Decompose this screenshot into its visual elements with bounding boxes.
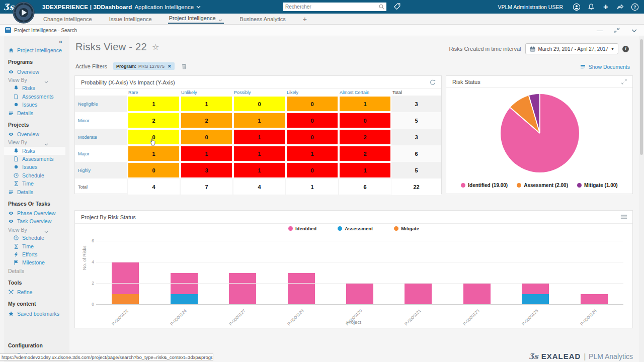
compass-icon[interactable] — [12, 1, 35, 24]
matrix-cell[interactable]: 0 — [286, 112, 339, 129]
notifications-bell-icon[interactable] — [587, 3, 595, 11]
matrix-cell[interactable]: 1 — [127, 96, 180, 112]
tab-add-button[interactable]: + — [302, 14, 308, 24]
matrix-cell[interactable]: 2 — [180, 112, 233, 129]
chevron-down-icon[interactable] — [196, 6, 201, 9]
matrix-cell[interactable]: 0 — [286, 96, 339, 112]
sidebar-item-assessments[interactable]: Assessments — [8, 155, 69, 163]
sidebar-item-issues[interactable]: Issues — [8, 163, 69, 171]
tag-icon[interactable] — [393, 3, 401, 11]
bar-p-0000125[interactable] — [522, 284, 549, 305]
sidebar-item-details[interactable]: Details — [8, 267, 69, 275]
bar-segment-assessment[interactable] — [522, 294, 549, 305]
add-content-icon[interactable]: + — [602, 3, 610, 11]
sidebar-item-overview[interactable]: Overview — [8, 130, 69, 138]
date-range-picker[interactable]: March 29, 2017 - April 27, 2017 ▼ — [525, 43, 618, 54]
matrix-cell[interactable]: 1 — [180, 96, 233, 112]
share-icon[interactable] — [616, 3, 624, 11]
clear-filters-trash-icon[interactable] — [181, 63, 188, 70]
bar-legend-assessment[interactable]: Assessment — [338, 226, 373, 231]
matrix-cell[interactable]: 0 — [127, 162, 180, 178]
sidebar-item-issues[interactable]: Issues — [8, 101, 69, 109]
filter-chip-program[interactable]: Program: PRG 127875 ✕ — [113, 62, 175, 70]
bar-legend-mitigate[interactable]: Mitigate — [394, 226, 419, 231]
bar-p-0000129[interactable] — [288, 273, 315, 305]
tab-issue-intelligence[interactable]: Issue Intelligence — [108, 14, 153, 24]
app-title[interactable]: 3DEXPERIENCE | 3DDashboard Application I… — [42, 0, 201, 14]
sidebar-item-time[interactable]: Time — [8, 179, 69, 188]
bar-segment-identified[interactable] — [171, 273, 198, 294]
sidebar-item-risks[interactable]: Risks — [4, 147, 65, 155]
pie-legend-mitigate[interactable]: Mitigate (1.00) — [577, 183, 618, 188]
sidebar-item-saved-bookmarks[interactable]: Saved bookmarks — [8, 309, 69, 317]
info-icon[interactable]: i — [622, 46, 629, 52]
bar-p-0000120[interactable] — [346, 284, 373, 305]
bar-segment-identified[interactable] — [229, 273, 256, 305]
sidebar-item-details[interactable]: Details — [8, 188, 69, 196]
bar-segment-identified[interactable] — [288, 273, 315, 305]
bar-p-0000127[interactable] — [229, 273, 256, 305]
matrix-cell[interactable]: 1 — [127, 145, 180, 162]
matrix-cell[interactable]: 1 — [180, 145, 233, 162]
avatar-icon[interactable] — [573, 3, 581, 11]
matrix-cell[interactable]: 0 — [286, 162, 339, 178]
chevron-down-icon[interactable] — [44, 228, 49, 231]
sidebar-item-project-intelligence[interactable]: Project Intelligence — [8, 46, 69, 54]
matrix-cell[interactable]: 2 — [339, 129, 391, 145]
matrix-cell[interactable]: 1 — [233, 145, 286, 162]
restore-size-icon[interactable] — [614, 27, 620, 34]
page-scrollbar[interactable] — [639, 36, 644, 362]
matrix-cell[interactable]: 1 — [233, 129, 286, 145]
bar-segment-mitigate[interactable] — [112, 294, 139, 305]
matrix-cell[interactable]: 2 — [127, 112, 180, 129]
sidebar-item-task-overview[interactable]: Task Overview — [8, 217, 69, 225]
bar-p-0000122[interactable] — [112, 262, 139, 305]
tab-change-intelligence[interactable]: Change intelligence — [42, 14, 93, 24]
sidebar-item-schedule[interactable]: Schedule — [8, 234, 69, 242]
tab-project-intelligence[interactable]: Project Intelligence — [168, 14, 224, 24]
search-input[interactable] — [283, 4, 378, 10]
sidebar-item-view-by[interactable]: View By — [8, 226, 69, 234]
matrix-cell[interactable]: 3 — [180, 162, 233, 178]
expand-icon[interactable] — [621, 78, 627, 85]
bar-segment-identified[interactable] — [522, 284, 549, 294]
sidebar-item-time[interactable]: Time — [8, 242, 69, 250]
sidebar-item-phase-overview[interactable]: Phase Overview — [8, 209, 69, 217]
sidebar-item-schedule[interactable]: Schedule — [8, 171, 69, 179]
sidebar-item-risks[interactable]: Risks — [8, 84, 69, 92]
sidebar-item-refine[interactable]: Refine — [8, 288, 69, 296]
pie-legend-identified[interactable]: Identified (19.00) — [461, 183, 508, 188]
bar-segment-assessment[interactable] — [171, 294, 198, 305]
matrix-cell[interactable]: 1 — [339, 162, 391, 178]
widget-menu-chevron-icon[interactable] — [631, 29, 637, 33]
matrix-cell[interactable]: 0 — [286, 129, 339, 145]
user-name[interactable]: VPLM Administration USER — [498, 4, 563, 10]
bar-segment-identified[interactable] — [581, 294, 608, 305]
sidebar-collapse-icon[interactable]: « — [59, 38, 62, 45]
refresh-icon[interactable] — [429, 79, 436, 86]
minimize-icon[interactable]: — — [597, 27, 603, 34]
tab-business-analytics[interactable]: Business Analytics — [239, 14, 287, 24]
sidebar-item-milestone[interactable]: Milestone — [8, 258, 69, 266]
sidebar-item-details[interactable]: Details — [8, 109, 69, 117]
panel-menu-icon[interactable] — [620, 214, 627, 220]
matrix-cell[interactable]: 1 — [286, 145, 339, 162]
bar-legend-identified[interactable]: Identified — [288, 226, 316, 231]
page-scroll-thumb[interactable] — [640, 39, 643, 155]
bar-segment-identified[interactable] — [112, 262, 139, 294]
sidebar-item-view-by[interactable]: View By — [8, 138, 69, 146]
matrix-cell[interactable]: 1 — [233, 112, 286, 129]
risk-status-pie-chart[interactable] — [501, 94, 579, 172]
help-icon[interactable]: ? — [631, 3, 639, 11]
bar-p-0000126[interactable] — [581, 294, 608, 305]
sidebar-item-efforts[interactable]: Efforts — [8, 250, 69, 258]
pie-legend-assessment[interactable]: Assessment (2.00) — [517, 183, 568, 188]
sidebar-item-view-by[interactable]: View By — [8, 76, 69, 84]
bar-p-0000121[interactable] — [405, 284, 432, 305]
bar-segment-identified[interactable] — [463, 284, 491, 305]
bar-p-0000124[interactable] — [171, 273, 198, 305]
sidebar-item-assessments[interactable]: Assessments — [8, 93, 69, 101]
matrix-cell[interactable]: 2 — [339, 145, 391, 162]
search-icon[interactable] — [378, 4, 385, 10]
bar-segment-identified[interactable] — [346, 284, 373, 305]
